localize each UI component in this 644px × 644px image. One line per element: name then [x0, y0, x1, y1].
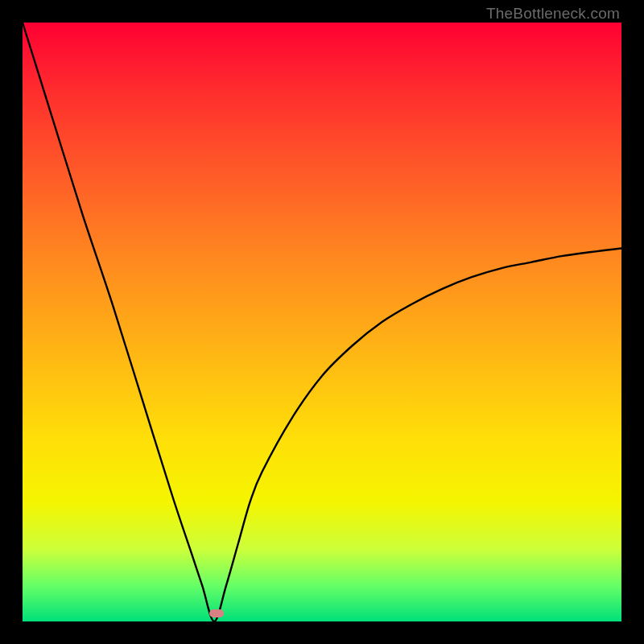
chart-frame: TheBottleneck.com [0, 0, 644, 644]
bottleneck-curve [23, 23, 621, 621]
chart-plot-area [23, 23, 621, 621]
watermark-text: TheBottleneck.com [486, 5, 620, 23]
optimal-point-marker [209, 609, 224, 617]
